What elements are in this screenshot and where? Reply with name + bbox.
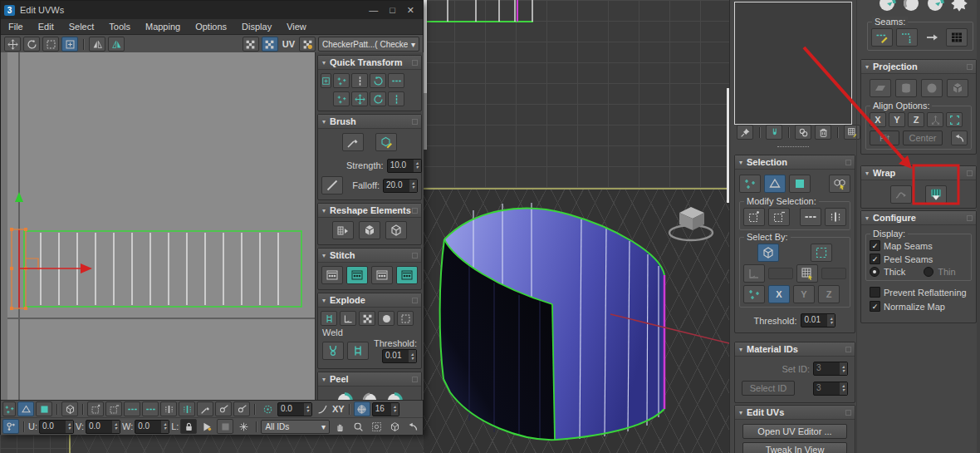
vertex-sub-icon[interactable] — [2, 401, 16, 416]
spinner-down-icon[interactable]: ▾ — [414, 165, 421, 170]
mirror-tool-icon[interactable] — [89, 37, 105, 52]
relax-until-flat-icon[interactable] — [359, 221, 380, 239]
spinner-down-icon[interactable]: ▾ — [112, 426, 120, 431]
soft-selection-spinner[interactable]: 0.0 ▴▾ — [277, 402, 312, 416]
set-id-spinner[interactable]: 3 ▴▾ — [813, 362, 848, 376]
box-map-icon[interactable] — [947, 79, 968, 97]
seam-grid-icon[interactable] — [946, 28, 968, 47]
flatten-by-smoothing-icon[interactable] — [321, 311, 337, 326]
viewport-front[interactable] — [424, 0, 729, 188]
peel-mode-icon[interactable] — [901, 0, 921, 13]
select-by-angle-icon[interactable] — [743, 264, 765, 283]
pin-stack-icon[interactable] — [737, 125, 753, 140]
select-loop-icon[interactable] — [800, 208, 821, 226]
align-x-button[interactable]: X — [870, 112, 886, 127]
make-unique-icon[interactable] — [795, 125, 811, 140]
w-spinner[interactable]: 0.0 ▴▾ — [135, 420, 169, 434]
all-ids-dropdown[interactable]: All IDs ▾ — [261, 420, 330, 434]
maximize-button[interactable]: □ — [390, 5, 395, 16]
menu-view[interactable]: View — [279, 21, 314, 32]
arc-rotate-icon[interactable] — [404, 419, 421, 434]
minimize-button[interactable]: — — [369, 5, 378, 16]
spinner-down-icon[interactable]: ▾ — [304, 409, 311, 413]
transform-typein-icon[interactable] — [2, 419, 19, 434]
spinner-down-icon[interactable]: ▾ — [827, 321, 835, 325]
flatten-by-material-icon[interactable] — [359, 311, 375, 326]
spinner-down-icon[interactable]: ▾ — [391, 409, 399, 413]
stitch-target-icon[interactable] — [396, 266, 418, 284]
weld-selected-icon[interactable] — [322, 342, 344, 360]
paint-select-sub-icon[interactable] — [233, 401, 250, 416]
paint-select-add-icon[interactable] — [215, 401, 232, 416]
zoom-region-icon[interactable] — [368, 419, 385, 434]
texture-dropdown[interactable]: CheckerPatt...( Checker ) ▾ — [318, 37, 419, 52]
cylindrical-map-icon[interactable] — [895, 79, 917, 97]
polygon-mode-icon[interactable] — [789, 175, 811, 193]
select-id-button[interactable]: Select ID — [742, 381, 795, 396]
edit-seams-icon[interactable] — [871, 28, 893, 47]
xy-space-label[interactable]: XY — [332, 404, 345, 414]
checker-toggle-icon[interactable] — [262, 37, 278, 52]
spinner-down-icon[interactable]: ▾ — [66, 426, 73, 431]
u-spinner[interactable]: 0.0 ▴▾ — [39, 420, 74, 434]
peel-reset-uv-icon[interactable] — [385, 391, 404, 400]
edge-sub-icon[interactable] — [17, 401, 34, 416]
weld-all-icon[interactable] — [347, 342, 369, 360]
pan-hand-icon[interactable] — [331, 419, 348, 434]
weld-threshold-spinner[interactable]: 0.01 ▴▾ — [382, 349, 417, 363]
cylinder-object[interactable] — [440, 203, 664, 440]
falloff-spinner[interactable]: 20.0 ▴▾ — [383, 179, 418, 193]
map-seams-checkbox[interactable]: ✓ — [870, 240, 880, 251]
select-by-planar-icon[interactable] — [743, 285, 765, 303]
falloff-curve-toggle-icon[interactable] — [314, 401, 331, 416]
edit-uvs-rollout-header[interactable]: ▾ Edit UVs — [735, 406, 855, 420]
align-y-button[interactable]: Y — [889, 112, 905, 127]
move-brush-icon[interactable] — [342, 133, 364, 151]
spinner-down-icon[interactable]: ▾ — [840, 388, 847, 392]
menu-tools[interactable]: Tools — [101, 21, 138, 32]
element-toggle-icon[interactable] — [61, 401, 78, 416]
strength-spinner[interactable]: 10.0 ▴▾ — [387, 159, 422, 173]
spherical-map-icon[interactable] — [921, 79, 943, 97]
peel-header[interactable]: ▾ Peel — [318, 372, 421, 387]
ring-icon[interactable] — [160, 401, 177, 416]
break-icon[interactable] — [397, 311, 414, 326]
peel-mode-uv-icon[interactable] — [360, 391, 380, 400]
lock-selection-icon[interactable] — [180, 419, 197, 434]
zoom-icon[interactable] — [350, 419, 366, 434]
panel-scrollbar-track[interactable] — [424, 0, 427, 93]
relax-brush-icon[interactable] — [375, 133, 397, 151]
selection-rollout-header[interactable]: ▾ Selection — [735, 155, 855, 170]
filter-selected-faces-icon[interactable] — [198, 419, 215, 434]
quick-peel-uv-icon[interactable] — [335, 391, 355, 400]
point-to-point-select-icon[interactable] — [811, 244, 832, 262]
freeform-mode-icon[interactable] — [61, 37, 78, 52]
unfold-strip-wrap-icon[interactable] — [925, 185, 947, 204]
rotate-cw-icon[interactable] — [370, 91, 386, 106]
fit-button[interactable]: Fit — [870, 130, 899, 145]
pelt-map-icon[interactable] — [949, 0, 969, 13]
show-map-icon[interactable] — [243, 37, 259, 52]
menu-edit[interactable]: Edit — [31, 21, 61, 32]
align-vertical-icon[interactable] — [351, 73, 368, 88]
modifier-stack-box[interactable] — [734, 2, 852, 125]
panel-scrollbar-thumb[interactable] — [424, 93, 427, 150]
falloff-curve-icon[interactable] — [321, 176, 343, 194]
scale-tool-icon[interactable] — [42, 37, 59, 52]
select-ring-icon[interactable] — [825, 208, 846, 226]
flatten-mapping-icon[interactable] — [378, 311, 394, 326]
menu-file[interactable]: File — [1, 21, 31, 32]
stitch-average-icon[interactable] — [371, 266, 393, 284]
planar-z-button[interactable]: Z — [818, 285, 840, 303]
quick-transform-header[interactable]: ▾ Quick Transform — [318, 56, 421, 70]
quick-peel-icon[interactable] — [877, 0, 897, 13]
flip-tool-icon[interactable] — [108, 37, 125, 52]
zoom-extents-icon[interactable] — [386, 419, 403, 434]
peel-reset-icon[interactable] — [925, 0, 945, 13]
edge-limit-spinner[interactable]: 16 ▴▾ — [372, 402, 399, 416]
menu-options[interactable]: Options — [188, 21, 234, 32]
select-id-spinner[interactable]: 3 ▴▾ — [813, 382, 848, 396]
stitch-header[interactable]: ▾ Stitch — [318, 249, 421, 263]
relax-icon[interactable] — [385, 221, 407, 239]
edge-mode-icon[interactable] — [764, 175, 786, 193]
